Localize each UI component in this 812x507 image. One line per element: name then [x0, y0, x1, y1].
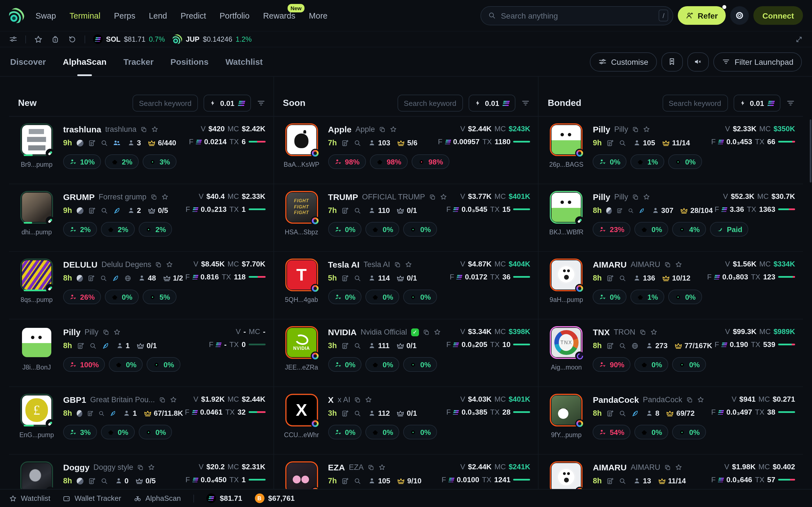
dev-holding-chip[interactable]: 0%: [635, 222, 668, 237]
refer-button[interactable]: Refer: [678, 6, 726, 25]
feather-icon[interactable]: [101, 342, 109, 349]
favorite-star-icon[interactable]: [643, 126, 650, 133]
tab-watchlist[interactable]: Watchlist: [225, 47, 263, 76]
pill-icon[interactable]: [606, 207, 612, 214]
copy-icon[interactable]: [632, 126, 639, 133]
nav-item-perps[interactable]: Perps: [114, 11, 135, 20]
favorite-star-icon[interactable]: [675, 261, 682, 268]
note-icon[interactable]: [88, 139, 96, 147]
top-holders-chip[interactable]: 26%: [63, 290, 101, 304]
mute-button[interactable]: [687, 52, 709, 71]
note-icon[interactable]: [342, 342, 349, 349]
top-holders-chip[interactable]: 100%: [63, 357, 105, 372]
dev-holding-chip[interactable]: 0%: [101, 425, 135, 439]
snipers-chip[interactable]: 0%: [403, 222, 437, 237]
note-icon[interactable]: [606, 477, 614, 485]
copy-icon[interactable]: [368, 464, 374, 471]
top-holders-chip[interactable]: 90%: [593, 357, 631, 372]
token-name[interactable]: DELULU: [63, 260, 98, 269]
token-address[interactable]: HSA...Sbpz: [283, 229, 320, 235]
token-avatar[interactable]: [285, 191, 318, 224]
sliders-icon[interactable]: [9, 35, 17, 43]
copy-icon[interactable]: [664, 261, 671, 268]
token-name[interactable]: AIMARU: [593, 462, 627, 472]
token-name[interactable]: PandaCock: [593, 395, 639, 404]
jupiter-logo-icon[interactable]: [9, 8, 24, 23]
token-card[interactable]: EZA EZA 7h 105 9/10: [274, 455, 538, 489]
token-address[interactable]: 9fY...pump: [548, 432, 585, 438]
top-holders-chip[interactable]: 10%: [63, 154, 101, 169]
nav-item-rewards[interactable]: RewardsNew: [263, 11, 295, 20]
top-holders-chip[interactable]: 54%: [593, 425, 631, 439]
token-card[interactable]: HSA...Sbpz TRUMP OFFICIAL TRUMP 7h: [274, 184, 538, 252]
copy-icon[interactable]: [664, 464, 671, 471]
favorite-star-icon[interactable]: [365, 396, 372, 403]
snipers-chip[interactable]: 0%: [139, 425, 172, 439]
connect-wallet-button[interactable]: Connect: [753, 6, 803, 25]
globe-icon[interactable]: [124, 274, 132, 282]
quick-buy-control[interactable]: 0.01: [733, 95, 780, 112]
token-avatar[interactable]: [285, 259, 318, 291]
favorite-star-icon[interactable]: [161, 193, 168, 201]
footer-alphascan[interactable]: AlphaScan: [134, 494, 181, 503]
dev-holding-chip[interactable]: 0%: [105, 290, 139, 304]
token-card[interactable]: dhi...pump GRUMP Forrest grump 9h: [9, 184, 273, 252]
star-icon[interactable]: [34, 35, 43, 44]
search-icon[interactable]: [100, 477, 108, 485]
note-icon[interactable]: [342, 207, 349, 214]
token-avatar[interactable]: [550, 191, 583, 224]
snipers-chip[interactable]: 0%: [672, 357, 706, 372]
copy-icon[interactable]: [102, 329, 109, 335]
token-address[interactable]: BaA...KsWP: [283, 161, 320, 168]
note-icon[interactable]: [616, 207, 623, 214]
token-avatar[interactable]: [285, 394, 318, 427]
dev-holding-chip[interactable]: 98%: [370, 154, 407, 169]
favorite-star-icon[interactable]: [650, 328, 657, 336]
token-avatar[interactable]: [20, 123, 53, 156]
nav-item-terminal[interactable]: Terminal: [70, 11, 101, 20]
money-bag-icon[interactable]: $: [51, 35, 60, 44]
footer-btc-price[interactable]: $67,761: [255, 494, 295, 503]
top-holders-chip[interactable]: 3%: [63, 425, 97, 439]
token-address[interactable]: J8i...BonJ: [18, 364, 55, 371]
snipers-chip[interactable]: 0%: [403, 357, 437, 372]
favorite-star-icon[interactable]: [148, 464, 155, 471]
favorite-star-icon[interactable]: [151, 126, 158, 133]
tab-alphascan[interactable]: AlphaScan: [63, 47, 107, 76]
token-name[interactable]: NVIDIA: [328, 327, 357, 337]
snipers-chip[interactable]: 98%: [411, 154, 449, 169]
feather-icon[interactable]: [110, 409, 116, 417]
note-icon[interactable]: [606, 139, 614, 147]
copy-icon[interactable]: [150, 193, 157, 200]
favorite-star-icon[interactable]: [113, 328, 120, 336]
snipers-chip[interactable]: 4%: [672, 222, 706, 237]
nav-item-swap[interactable]: Swap: [36, 11, 56, 20]
token-address[interactable]: BKJ...WBfR: [548, 229, 585, 235]
token-name[interactable]: Pilly: [63, 327, 81, 337]
token-card[interactable]: AIMARU AIMARU 8h 13: [539, 455, 803, 489]
search-icon[interactable]: [354, 477, 362, 485]
column-search-input[interactable]: [662, 95, 728, 112]
favorite-star-icon[interactable]: [675, 464, 682, 471]
snipers-chip[interactable]: 0%: [668, 290, 702, 304]
search-icon[interactable]: [98, 409, 105, 417]
note-icon[interactable]: [342, 477, 349, 485]
copy-icon[interactable]: [159, 396, 165, 403]
search-icon[interactable]: [100, 207, 108, 214]
copy-icon[interactable]: [155, 261, 162, 268]
token-address[interactable]: dhi...pump: [18, 229, 55, 235]
token-avatar[interactable]: [20, 259, 53, 291]
token-card[interactable]: Br9...pump trashluna trashluna 9h: [9, 117, 273, 184]
token-avatar[interactable]: [285, 123, 318, 156]
token-name[interactable]: Pilly: [593, 124, 610, 134]
quick-buy-control[interactable]: 0.01: [469, 95, 516, 112]
column-filter-icon[interactable]: [786, 99, 795, 108]
note-icon[interactable]: [88, 477, 96, 485]
paid-chip[interactable]: Paid: [710, 222, 749, 237]
search-icon[interactable]: [354, 342, 362, 349]
top-holders-chip[interactable]: 0%: [593, 154, 627, 169]
search-icon[interactable]: [100, 274, 107, 282]
dev-holding-chip[interactable]: 0%: [635, 357, 668, 372]
token-name[interactable]: TRUMP: [328, 192, 358, 202]
dev-holding-chip[interactable]: 0%: [366, 425, 400, 439]
